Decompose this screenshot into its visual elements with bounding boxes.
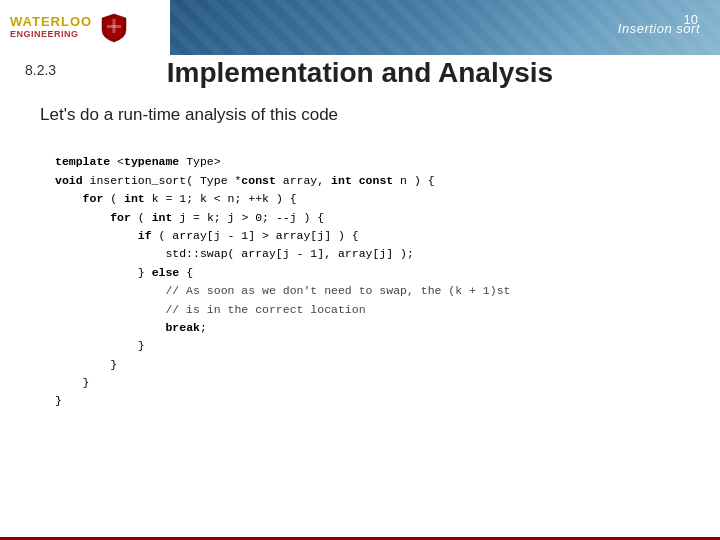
code-line-12: }	[55, 358, 117, 371]
logo-engineering: ENGINEERING	[10, 30, 92, 40]
code-line-7: } else {	[55, 266, 193, 279]
slide-number: 10	[684, 12, 698, 27]
code-line-4: for ( int j = k; j > 0; --j ) {	[55, 211, 324, 224]
logo-area: WATERLOO ENGINEERING	[0, 0, 170, 55]
code-line-5: if ( array[j - 1] > array[j] ) {	[55, 229, 359, 242]
code-line-9: // is in the correct location	[55, 303, 366, 316]
code-line-11: }	[55, 339, 145, 352]
code-line-1: template <typename Type>	[55, 155, 221, 168]
logo-waterloo: WATERLOO	[10, 15, 92, 29]
code-block: template <typename Type> void insertion_…	[55, 135, 700, 411]
code-line-6: std::swap( array[j - 1], array[j] );	[55, 247, 414, 260]
code-line-8: // As soon as we don't need to swap, the…	[55, 284, 510, 297]
code-line-2: void insertion_sort( Type *const array, …	[55, 174, 435, 187]
code-line-3: for ( int k = 1; k < n; ++k ) {	[55, 192, 297, 205]
svg-rect-1	[107, 25, 121, 28]
logo-text: WATERLOO ENGINEERING	[10, 15, 92, 39]
code-line-10: break;	[55, 321, 207, 334]
shield-icon	[100, 12, 128, 44]
code-line-14: }	[55, 394, 62, 407]
content-subtitle: Let's do a run-time analysis of this cod…	[40, 105, 338, 125]
slide-header: WATERLOO ENGINEERING Insertion sort	[0, 0, 720, 55]
code-line-13: }	[55, 376, 90, 389]
slide-heading: Implementation and Analysis	[0, 52, 720, 94]
